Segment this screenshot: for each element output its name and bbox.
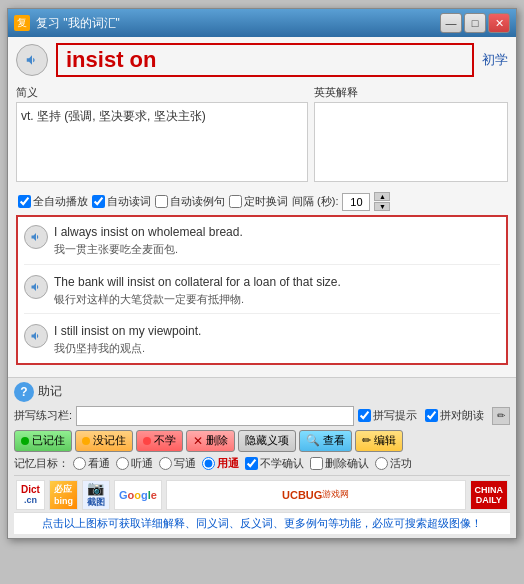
goal-tintong-radio[interactable] [116,457,129,470]
spell-edit-button[interactable]: ✏ [492,407,510,425]
interval-down-button[interactable]: ▼ [374,202,390,211]
remembered-button[interactable]: 已记住 [14,430,72,452]
goal-active-label: 活功 [390,456,412,471]
spell-hint-checkbox[interactable] [358,409,371,422]
auto-example-checkbox[interactable] [155,195,168,208]
window-title: 复习 "我的词汇" [36,15,440,32]
example-cn-3: 我仍坚持我的观点. [54,340,500,357]
word-speaker-button[interactable] [16,44,48,76]
ucbug-logo[interactable]: UCBUG 游戏网 [166,480,466,510]
goal-xietong: 写通 [159,456,196,471]
goal-kantong-radio[interactable] [73,457,86,470]
chinadaily-logo[interactable]: CHINA DAILY [470,480,509,510]
link-bar-text: 点击以上图标可获取详细解释、同义词、反义词、更多例句等功能，必应可搜索超级图像！ [42,517,482,529]
help-icon: ? [14,382,34,402]
view-button[interactable]: 🔍 查看 [299,430,352,452]
auto-read-item: 自动读词 [92,194,151,209]
not-remembered-button[interactable]: 没记住 [75,430,133,452]
no-learn-label: 不学 [154,433,176,448]
title-bar: 复 复习 "我的词汇" — □ ✕ [8,9,516,37]
app-icon: 复 [14,15,30,31]
example-en-2: The bank will insist on collateral for a… [54,273,500,291]
spell-input[interactable] [76,406,354,426]
speaker-icon-3 [30,330,42,342]
spell-label: 拼写练习栏: [14,408,72,423]
main-window: 复 复习 "我的词汇" — □ ✕ insist on 初学 简义 vt. 坚持… [7,8,517,539]
view-icon: 🔍 [306,434,320,447]
spell-read-checkbox[interactable] [425,409,438,422]
auto-example-item: 自动读例句 [155,194,225,209]
example-row-2: The bank will insist on collateral for a… [24,273,500,315]
spell-hint-item: 拼写提示 [358,408,417,423]
hide-meaning-label: 隐藏义项 [245,433,289,448]
window-controls: — □ ✕ [440,13,510,33]
example-speaker-2[interactable] [24,275,48,299]
goal-yongtong: 用通 [202,456,239,471]
goal-tintong-label: 听通 [131,456,153,471]
goal-xietong-radio[interactable] [159,457,172,470]
goal-nolearn-label: 不学确认 [260,456,304,471]
hide-meaning-button[interactable]: 隐藏义项 [238,430,296,452]
minimize-button[interactable]: — [440,13,462,33]
controls-bar: 全自动播放 自动读词 自动读例句 定时换词 间隔 (秒): ▲ ▼ [16,188,508,215]
edit-icon: ✏ [362,434,371,447]
level-label: 初学 [482,51,508,69]
spell-read-item: 拼对朗读 [425,408,484,423]
edit-label: 编辑 [374,433,396,448]
bing-logo[interactable]: 必应 bing [49,480,78,510]
not-remembered-label: 没记住 [93,433,126,448]
goal-yongtong-radio[interactable] [202,457,215,470]
not-remembered-dot [82,437,90,445]
no-learn-button[interactable]: 不学 [136,430,183,452]
spell-row: 拼写练习栏: 拼写提示 拼对朗读 ✏ [14,406,510,426]
auto-read-checkbox[interactable] [92,195,105,208]
goal-delete-checkbox[interactable] [310,457,323,470]
interval-input[interactable] [342,193,370,211]
interval-label: 间隔 (秒): [292,194,338,209]
bottom-section: ? 助记 拼写练习栏: 拼写提示 拼对朗读 ✏ 已 [8,377,516,538]
speaker-icon [25,53,39,67]
auto-play-checkbox[interactable] [18,195,31,208]
auto-read-label: 自动读词 [107,194,151,209]
memory-goal-row: 记忆目标： 看通 听通 写通 用通 [14,456,510,471]
google-logo[interactable]: Google [114,480,162,510]
word-header: insist on 初学 [16,43,508,77]
example-speaker-3[interactable] [24,324,48,348]
edit-button[interactable]: ✏ 编辑 [355,430,403,452]
spell-checks: 拼写提示 拼对朗读 ✏ [358,407,510,425]
goal-active: 活功 [375,456,412,471]
goal-active-radio[interactable] [375,457,388,470]
spell-read-label: 拼对朗读 [440,408,484,423]
goal-nolearn-checkbox[interactable] [245,457,258,470]
dict-cn-logo[interactable]: Dict .cn [16,480,45,510]
goal-delete-confirm: 删除确认 [310,456,369,471]
speaker-icon-2 [30,281,42,293]
delete-button[interactable]: ✕ 删除 [186,430,235,452]
link-bar[interactable]: 点击以上图标可获取详细解释、同义词、反义词、更多例句等功能，必应可搜索超级图像！ [14,512,510,534]
goal-tintong: 听通 [116,456,153,471]
help-row: ? 助记 [14,382,510,402]
maximize-button[interactable]: □ [464,13,486,33]
example-en-3: I still insist on my viewpoint. [54,322,500,340]
example-text-1: I always insist on wholemeal bread. 我一贯主… [54,223,500,258]
goal-yongtong-label: 用通 [217,456,239,471]
close-button[interactable]: ✕ [488,13,510,33]
spell-hint-label: 拼写提示 [373,408,417,423]
auto-example-label: 自动读例句 [170,194,225,209]
en-def-label: 英英解释 [314,85,508,100]
goal-kantong: 看通 [73,456,110,471]
remembered-dot [21,437,29,445]
capture-logo[interactable]: 📷 截图 [82,480,110,510]
timed-switch-checkbox[interactable] [229,195,242,208]
goal-label: 记忆目标： [14,456,69,471]
en-definition-box [314,102,508,182]
timed-switch-label: 定时换词 [244,194,288,209]
example-speaker-1[interactable] [24,225,48,249]
action-buttons-row: 已记住 没记住 不学 ✕ 删除 隐藏义项 🔍 查看 ✏ [14,430,510,452]
delete-x-icon: ✕ [193,434,203,448]
goal-kantong-label: 看通 [88,456,110,471]
goal-xietong-label: 写通 [174,456,196,471]
speaker-icon-1 [30,231,42,243]
example-cn-1: 我一贯主张要吃全麦面包. [54,241,500,258]
interval-up-button[interactable]: ▲ [374,192,390,201]
